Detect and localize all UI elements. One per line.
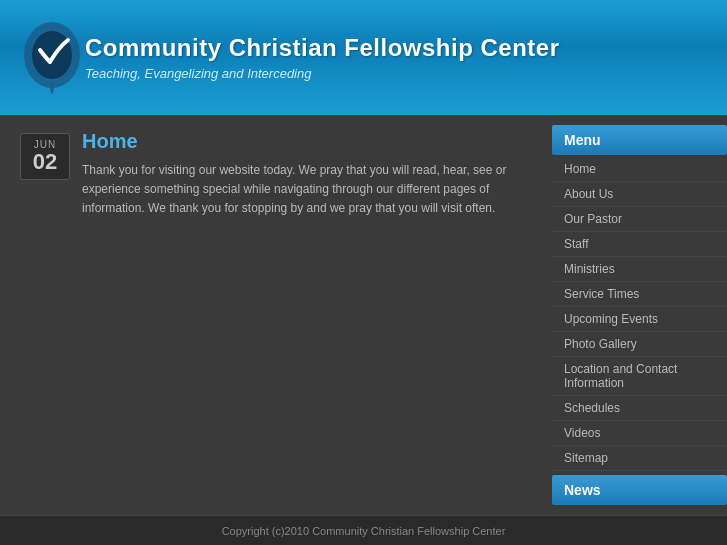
sidebar-item-ministries[interactable]: Ministries [552, 257, 727, 282]
sidebar-item-sitemap[interactable]: Sitemap [552, 446, 727, 471]
sidebar-item-about-us[interactable]: About Us [552, 182, 727, 207]
sidebar-item-upcoming-events[interactable]: Upcoming Events [552, 307, 727, 332]
date-badge: JUN 02 [20, 133, 70, 180]
site-title-block: Community Christian Fellowship Center Te… [85, 34, 560, 81]
logo-icon [20, 20, 85, 95]
sidebar-item-home[interactable]: Home [552, 157, 727, 182]
footer-text: Copyright (c)2010 Community Christian Fe… [222, 525, 506, 537]
site-title: Community Christian Fellowship Center [85, 34, 560, 62]
sidebar-item-service-times[interactable]: Service Times [552, 282, 727, 307]
sidebar-item-staff[interactable]: Staff [552, 232, 727, 257]
page-content: Thank you for visiting our website today… [82, 161, 532, 219]
sidebar-item-our-pastor[interactable]: Our Pastor [552, 207, 727, 232]
nav-items: HomeAbout UsOur PastorStaffMinistriesSer… [552, 157, 727, 471]
main-container: JUN 02 Home Thank you for visiting our w… [0, 115, 727, 515]
sidebar-item-schedules[interactable]: Schedules [552, 396, 727, 421]
logo-container: Community Christian Fellowship Center Te… [20, 20, 560, 95]
sidebar-item-location[interactable]: Location and Contact Information [552, 357, 727, 396]
sidebar: Menu HomeAbout UsOur PastorStaffMinistri… [552, 115, 727, 515]
content-area: JUN 02 Home Thank you for visiting our w… [0, 115, 552, 515]
menu-header: Menu [552, 125, 727, 155]
site-tagline: Teaching, Evangelizing and Interceding [85, 66, 560, 81]
sidebar-item-videos[interactable]: Videos [552, 421, 727, 446]
news-header: News [552, 475, 727, 505]
date-day: 02 [26, 150, 64, 174]
footer: Copyright (c)2010 Community Christian Fe… [0, 515, 727, 545]
sidebar-item-photo-gallery[interactable]: Photo Gallery [552, 332, 727, 357]
header: Community Christian Fellowship Center Te… [0, 0, 727, 115]
page-title: Home [82, 130, 532, 153]
